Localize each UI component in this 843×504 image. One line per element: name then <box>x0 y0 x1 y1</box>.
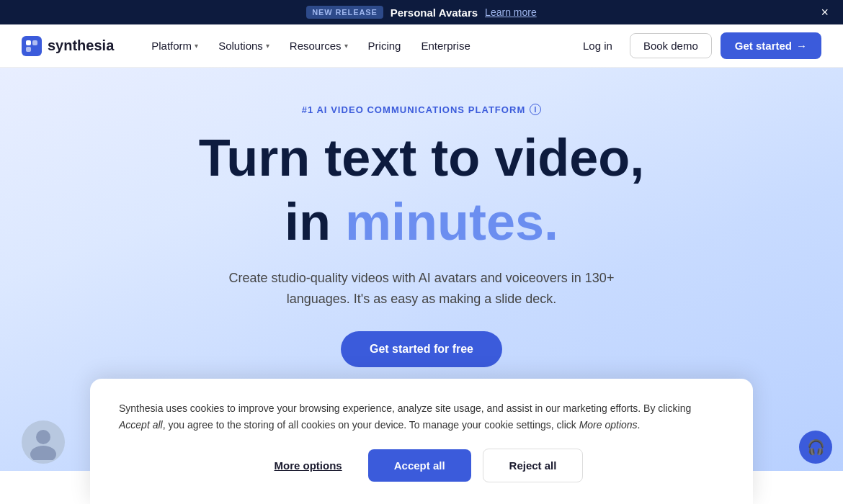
hero-badge: #1 AI VIDEO COMMUNICATIONS PLATFORM i <box>302 104 542 115</box>
cookie-text: Synthesia uses cookies to improve your b… <box>119 400 724 433</box>
svg-rect-1 <box>32 40 37 45</box>
nav-resources[interactable]: Resources ▾ <box>281 34 357 58</box>
banner-learn-more-link[interactable]: Learn more <box>485 6 537 18</box>
hero-subtitle: Create studio-quality videos with AI ava… <box>220 268 623 310</box>
new-release-badge: NEW RELEASE <box>306 6 383 19</box>
book-demo-button[interactable]: Book demo <box>630 33 712 58</box>
accept-all-button[interactable]: Accept all <box>368 449 471 482</box>
nav-links: Platform ▾ Solutions ▾ Resources ▾ Prici… <box>143 34 574 58</box>
nav-pricing[interactable]: Pricing <box>360 34 410 58</box>
banner-close-button[interactable]: × <box>821 6 829 19</box>
platform-chevron-icon: ▾ <box>195 42 198 50</box>
resources-chevron-icon: ▾ <box>344 42 348 50</box>
avatar-circle <box>22 420 65 464</box>
nav-enterprise[interactable]: Enterprise <box>412 34 478 58</box>
headphone-icon: 🎧 <box>799 431 832 464</box>
hero-title-line2: in minutes. <box>285 194 558 251</box>
cookie-buttons: More options Accept all Reject all <box>119 449 724 482</box>
cookie-banner: Synthesia uses cookies to improve your b… <box>90 379 753 504</box>
svg-rect-2 <box>26 47 31 52</box>
info-icon: i <box>530 104 541 115</box>
top-banner: NEW RELEASE Personal Avatars Learn more … <box>0 0 843 24</box>
svg-point-3 <box>36 430 50 444</box>
arrow-right-icon: → <box>796 40 807 52</box>
hero-title-line1: Turn text to video, <box>199 130 645 186</box>
logo-text: synthesia <box>48 37 114 54</box>
login-button[interactable]: Log in <box>574 34 621 58</box>
solutions-chevron-icon: ▾ <box>266 42 269 50</box>
navbar: synthesia Platform ▾ Solutions ▾ Resourc… <box>0 24 843 68</box>
svg-point-4 <box>30 446 56 460</box>
more-options-button[interactable]: More options <box>260 451 357 480</box>
svg-rect-0 <box>26 40 31 45</box>
logo-icon <box>22 36 42 56</box>
hero-cta-button[interactable]: Get started for free <box>341 331 502 367</box>
nav-platform[interactable]: Platform ▾ <box>143 34 207 58</box>
reject-all-button[interactable]: Reject all <box>483 449 584 482</box>
nav-solutions[interactable]: Solutions ▾ <box>210 34 278 58</box>
get-started-button[interactable]: Get started → <box>721 32 821 59</box>
hero-highlight: minutes. <box>345 193 558 251</box>
banner-title: Personal Avatars <box>391 6 478 19</box>
logo[interactable]: synthesia <box>22 36 114 56</box>
nav-right: Log in Book demo Get started → <box>574 32 821 59</box>
